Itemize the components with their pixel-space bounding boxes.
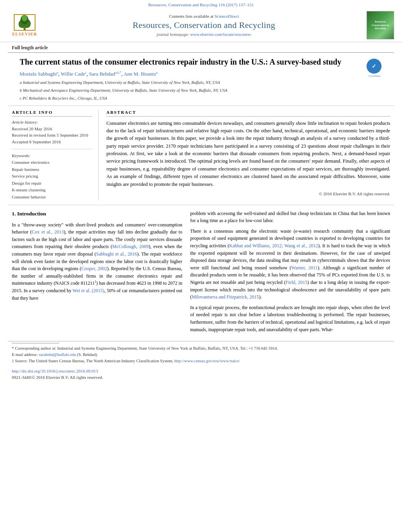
authors-line: Mostafa Sabbaghia, Willie Cadec, Sara Be… (20, 71, 363, 77)
journal-homepage-link[interactable]: www.elsevier.com/locate/resconrec (190, 32, 251, 37)
journal-homepage: journal homepage: www.elsevier.com/locat… (41, 32, 367, 37)
journal-title: Resources, Conservation and Recycling (41, 20, 367, 30)
affiliation2: b Mechanical and Aerospace Engineering D… (20, 87, 363, 94)
doi-link[interactable]: http://dx.doi.org/10.1016/j.resconrec.20… (12, 369, 98, 373)
footnote-star: * Corresponding author at: Industrial an… (12, 345, 390, 352)
email-link[interactable]: sarabehd@buffalo.edu (39, 352, 76, 357)
body-left-col: 1. Introduction In a "throw-away society… (12, 210, 182, 337)
article-title: The current status of the consumer elect… (20, 57, 363, 67)
cite-mil[interactable]: Milovantseva and Fitzpatrick, 2015 (192, 294, 259, 300)
copyright-line: © 2016 Elsevier B.V. All rights reserved… (106, 191, 390, 196)
title-text-block: The current status of the consumer elect… (20, 57, 363, 103)
elsevier-wordmark: ELSEVIER (12, 32, 37, 36)
journal-cover-text: Resources Conservation & Recycling (368, 20, 392, 30)
cite-coop[interactable]: Cooper, 2002 (81, 266, 107, 271)
right-para3: In a typical repair process, the nonfunc… (190, 304, 390, 333)
cite-sab[interactable]: Sabbaghi et al., 2016 (96, 251, 137, 257)
journal-header: ELSEVIER Contents lists available at Sci… (0, 8, 402, 42)
footnote-section: * Corresponding author at: Industrial an… (8, 341, 394, 366)
journal-citation[interactable]: Resources, Conservation and Recycling 11… (148, 2, 254, 7)
kw3: Service pricing (12, 173, 92, 180)
cite-wei[interactable]: Wei et al. (2015) (73, 288, 104, 293)
cite-mcc[interactable]: McCollough, 2009 (112, 244, 149, 249)
history-label: Article history: (12, 120, 92, 124)
elsevier-logo: ELSEVIER (8, 13, 41, 37)
header-center: Contents lists available at ScienceDirec… (41, 14, 367, 37)
journal-citation-bar: Resources, Conservation and Recycling 11… (0, 0, 402, 8)
abstract-heading: ABSTRACT (106, 110, 390, 117)
cite-field[interactable]: Field, 2015 (286, 280, 307, 285)
intro-heading: 1. Introduction (12, 210, 182, 218)
kw1: Consumer electronics (12, 159, 92, 166)
crossmark-icon: ✓ (367, 59, 382, 74)
article-info-heading: ARTICLE INFO (12, 110, 92, 117)
journal-cover: Resources Conservation & Recycling (367, 11, 394, 39)
contents-line: Contents lists available at ScienceDirec… (41, 14, 367, 19)
issn-bar: 0921-3449/© 2016 Elsevier B.V. All right… (0, 375, 402, 383)
abstract-section: ARTICLE INFO Article history: Received 2… (8, 106, 394, 205)
right-para1: problem with accessing the well-trained … (190, 210, 390, 224)
article-type: Full length article (12, 45, 48, 50)
revised-date: Received in revised form 5 September 201… (12, 132, 92, 139)
kw2: Repair business (12, 166, 92, 173)
affiliation1: a Industrial and Systems Engineering Dep… (20, 80, 363, 86)
keywords-label: Keywords: (12, 153, 92, 158)
abstract-text: Consumer electronics are turning into co… (106, 120, 390, 188)
footnote-email: E-mail address: sarabehd@buffalo.edu (S.… (12, 352, 390, 358)
author4: Ann M. Bisantz (123, 71, 156, 77)
abstract-col: ABSTRACT Consumer electronics are turnin… (106, 110, 390, 201)
author1: Mostafa Sabbaghi (20, 71, 57, 77)
kw6: Consumer behavior (12, 194, 92, 201)
sciencedirect-link[interactable]: ScienceDirect (214, 14, 239, 19)
svg-point-5 (22, 15, 27, 21)
right-para2: There is a consensus among the electroni… (190, 228, 390, 301)
cite-cox[interactable]: Cox et al., 2013 (32, 229, 64, 235)
body-section: 1. Introduction In a "throw-away society… (8, 205, 394, 341)
crossmark-badge: ✓ CrossMark (367, 59, 382, 78)
cite-warner[interactable]: Warner, 2011 (291, 265, 318, 271)
author3: Sara Behdad (89, 71, 115, 77)
kw5: K-means clustering (12, 187, 92, 194)
body-right-col: problem with accessing the well-trained … (190, 210, 390, 337)
author2: Willie Cade (61, 71, 85, 77)
footnote1: 1 Source: The United States Census Burea… (12, 358, 390, 364)
doi-bar: http://dx.doi.org/10.1016/j.resconrec.20… (0, 366, 402, 375)
accepted-date: Accepted 8 September 2016 (12, 139, 92, 145)
keywords-section: Keywords: Consumer electronics Repair bu… (12, 153, 92, 201)
cite-kahhat[interactable]: Kahhat and Williams, 2012; Wang et al., … (229, 243, 318, 248)
affiliation3: c PC Rebuilders & Recyclers Inc., Chicag… (20, 95, 363, 102)
article-info: ARTICLE INFO Article history: Received 2… (12, 110, 99, 201)
intro-para1: In a "throw-away society" with short-liv… (12, 221, 182, 302)
kw4: Design for repair (12, 180, 92, 187)
title-section: The current status of the consumer elect… (8, 53, 394, 106)
received-date: Received 20 May 2016 (12, 126, 92, 132)
naics-link[interactable]: http://www.census.gov/eos/www/naics/ (174, 359, 240, 363)
